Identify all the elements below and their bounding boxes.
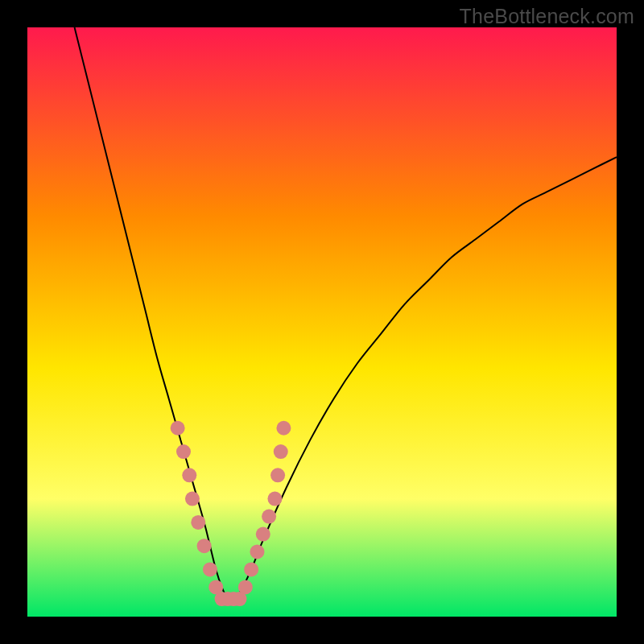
plot-background: [27, 27, 617, 617]
marker-dot: [238, 580, 253, 594]
marker-dot: [267, 492, 282, 506]
marker-dot: [256, 527, 270, 542]
marker-dot: [244, 562, 258, 576]
marker-dot: [203, 562, 217, 576]
marker-dot: [250, 544, 264, 559]
marker-dot: [262, 510, 276, 524]
marker-dot: [274, 444, 288, 459]
marker-dot: [185, 492, 200, 506]
marker-dot: [171, 421, 185, 436]
marker-dot: [270, 468, 285, 482]
marker-dot: [182, 468, 196, 482]
marker-dot: [276, 421, 291, 436]
marker-dot: [176, 444, 191, 459]
marker-dot: [197, 539, 212, 553]
chart-svg: [0, 0, 644, 644]
marker-dot: [191, 515, 205, 530]
watermark-label: TheBottleneck.com: [460, 5, 634, 28]
chart-container: TheBottleneck.com: [0, 0, 644, 644]
